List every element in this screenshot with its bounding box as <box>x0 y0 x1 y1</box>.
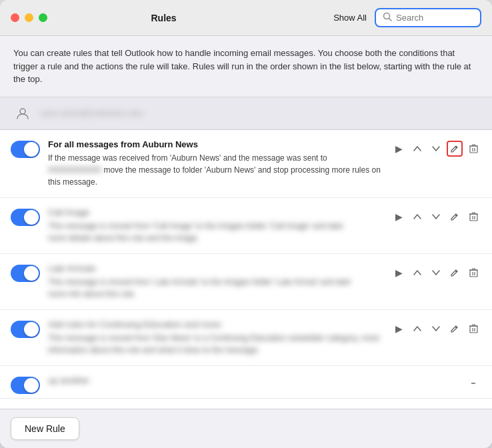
rule-up-button-1[interactable] <box>409 141 425 157</box>
rule-delete-button-1[interactable] <box>465 141 481 157</box>
rule-description-4: This message is moved from 'Edu News' to… <box>48 332 383 356</box>
rule-edit-button-1[interactable] <box>447 141 463 157</box>
rule-description-2: This message is moved from 'Call Image' … <box>48 220 383 244</box>
search-box <box>375 8 481 27</box>
rule-actions-3: ▶ <box>391 265 481 281</box>
rule-run-button-4[interactable]: ▶ <box>391 321 407 337</box>
rule-description-3: This message is moved from 'Late Arrival… <box>48 276 383 300</box>
footer: New Rule <box>0 409 492 448</box>
rule-item: up another <box>0 366 492 399</box>
rule-title-5: up another <box>48 375 457 385</box>
search-icon <box>383 12 392 23</box>
svg-rect-3 <box>470 146 477 153</box>
account-row: user.name@institution.edu <box>0 97 492 130</box>
svg-point-2 <box>20 109 25 114</box>
rule-title-3: Late Arrivals <box>48 263 383 273</box>
titlebar-actions: Show All <box>333 8 481 27</box>
rule-item: Add rules for Continuing Education and m… <box>0 310 492 366</box>
rules-list[interactable]: For all messages from Auburn News If the… <box>0 130 492 409</box>
svg-rect-7 <box>470 214 477 221</box>
rule-run-button-3[interactable]: ▶ <box>391 265 407 281</box>
rule-title-1: For all messages from Auburn News <box>48 139 383 149</box>
rule-delete-button-2[interactable] <box>465 209 481 225</box>
rule-toggle-3[interactable] <box>11 265 40 282</box>
rule-edit-button-3[interactable] <box>447 265 463 281</box>
rule-actions-1: ▶ <box>391 141 481 157</box>
rule-actions-2: ▶ <box>391 209 481 225</box>
rule-run-button-1[interactable]: ▶ <box>391 141 407 157</box>
blurred-text-1: XXXXXXXXXX <box>48 165 101 175</box>
rule-actions-4: ▶ <box>391 321 481 337</box>
content-area: You can create rules that tell Outlook h… <box>0 36 492 409</box>
rule-toggle-5[interactable] <box>11 377 40 394</box>
svg-line-1 <box>389 19 392 21</box>
window-title: Rules <box>0 13 333 23</box>
titlebar: Rules Show All <box>0 0 492 36</box>
rule-text-3: Late Arrivals This message is moved from… <box>48 263 383 300</box>
search-input[interactable] <box>396 13 473 23</box>
rule-down-partial-5[interactable] <box>465 377 481 393</box>
rule-edit-button-2[interactable] <box>447 209 463 225</box>
rule-toggle-2[interactable] <box>11 209 40 226</box>
account-icon <box>13 104 32 123</box>
rule-down-button-2[interactable] <box>428 209 444 225</box>
rule-run-button-2[interactable]: ▶ <box>391 209 407 225</box>
rule-toggle-1[interactable] <box>11 141 40 158</box>
rule-edit-button-4[interactable] <box>447 321 463 337</box>
rule-down-button-4[interactable] <box>428 321 444 337</box>
rule-item: For all messages from Auburn News If the… <box>0 130 492 198</box>
rule-text-2: Call Image This message is moved from 'C… <box>48 207 383 244</box>
rule-up-button-2[interactable] <box>409 209 425 225</box>
rule-delete-button-3[interactable] <box>465 265 481 281</box>
rule-title-4: Add rules for Continuing Education and m… <box>48 319 383 329</box>
rule-text-4: Add rules for Continuing Education and m… <box>48 319 383 356</box>
svg-rect-15 <box>470 326 477 333</box>
rule-description-1: If the message was received from 'Auburn… <box>48 152 383 188</box>
rule-text-5: up another <box>48 375 457 388</box>
rule-toggle-4[interactable] <box>11 321 40 338</box>
rule-text-1: For all messages from Auburn News If the… <box>48 139 383 188</box>
rule-item: Late Arrivals This message is moved from… <box>0 254 492 310</box>
rule-up-button-4[interactable] <box>409 321 425 337</box>
show-all-button[interactable]: Show All <box>333 13 367 23</box>
rule-up-button-3[interactable] <box>409 265 425 281</box>
rules-window: Rules Show All You can create rules that… <box>0 0 492 448</box>
svg-rect-11 <box>470 270 477 277</box>
rule-down-button-3[interactable] <box>428 265 444 281</box>
account-email: user.name@institution.edu <box>40 108 143 118</box>
rule-title-2: Call Image <box>48 207 383 217</box>
rule-item: Call Image This message is moved from 'C… <box>0 198 492 254</box>
description-text: You can create rules that tell Outlook h… <box>0 36 492 97</box>
rule-delete-button-4[interactable] <box>465 321 481 337</box>
rule-actions-5 <box>465 377 481 393</box>
rule-down-button-1[interactable] <box>428 141 444 157</box>
new-rule-button[interactable]: New Rule <box>11 417 79 440</box>
